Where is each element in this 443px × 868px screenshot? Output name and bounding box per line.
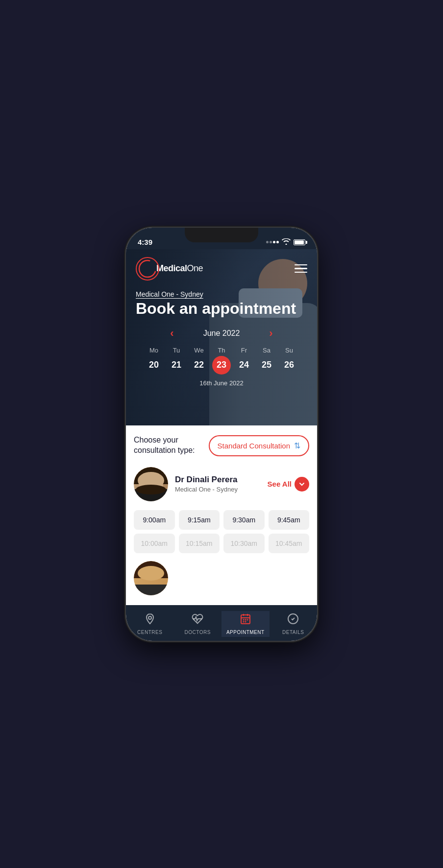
status-time: 4:39 [138, 238, 152, 246]
checkmark-circle-icon [287, 613, 299, 628]
doctor-name: Dr Dinali Perera [175, 475, 261, 485]
logo: MedicalOne [136, 257, 203, 281]
time-slot-1000: 10:00am [134, 534, 175, 553]
see-all-label: See All [268, 480, 292, 488]
time-slot-930[interactable]: 9:30am [223, 510, 265, 530]
notch [185, 228, 258, 242]
battery-icon [294, 239, 305, 245]
consultation-type-row: Choose your consultation type: Standard … [134, 435, 309, 456]
phone-screen: 4:39 [126, 228, 317, 641]
nav-centres-label: CENTRES [137, 630, 162, 635]
bottom-navigation: CENTRES DOCTORS [126, 605, 317, 641]
selected-date-label: 16th June 2022 [144, 379, 299, 387]
location-icon [144, 613, 156, 628]
consultation-label: Choose your consultation type: [134, 435, 195, 456]
time-slot-915[interactable]: 9:15am [179, 510, 220, 530]
wifi-icon [282, 238, 291, 246]
calendar-day-tue[interactable]: Tu 21 [166, 347, 187, 375]
doctor-avatar [134, 467, 168, 501]
doctor-info: Dr Dinali Perera Medical One - Sydney [175, 475, 261, 493]
calendar: ‹ June 2022 › Mo 20 Tu 21 [136, 327, 307, 387]
time-slot-900[interactable]: 9:00am [134, 510, 175, 530]
heart-pulse-icon [192, 613, 203, 628]
logo-text: MedicalOne [156, 263, 203, 274]
calendar-day-sat[interactable]: Sa 25 [256, 347, 277, 375]
clinic-name: Medical One - Sydney [136, 290, 307, 298]
time-slot-1045: 10:45am [269, 534, 310, 553]
svg-point-0 [139, 260, 156, 277]
nav-appointment[interactable]: APPOINTMENT [222, 611, 270, 637]
nav-details[interactable]: DETAILS [270, 611, 318, 637]
time-slot-1030: 10:30am [223, 534, 265, 553]
prev-month-button[interactable]: ‹ [170, 327, 173, 340]
nav-doctors[interactable]: DOCTORS [174, 611, 222, 637]
nav-doctors-label: DOCTORS [185, 630, 211, 635]
hamburger-menu[interactable] [295, 264, 307, 273]
consultation-type-value: Standard Consultation [218, 442, 290, 450]
chevron-up-down-icon: ⇅ [294, 441, 300, 450]
second-doctor-avatar [134, 561, 168, 595]
nav-appointment-label: APPOINTMENT [226, 630, 265, 635]
signal-icon [266, 241, 279, 243]
doctor-location: Medical One - Sydney [175, 486, 261, 493]
doctor-card: Dr Dinali Perera Medical One - Sydney Se… [134, 467, 309, 501]
logo-circle [136, 257, 159, 281]
unavailable-time-slots: 10:00am 10:15am 10:30am 10:45am [134, 534, 309, 553]
calendar-header: ‹ June 2022 › [144, 327, 299, 340]
next-month-button[interactable]: › [269, 327, 272, 340]
calendar-day-fri[interactable]: Fr 24 [234, 347, 254, 375]
main-content: Choose your consultation type: Standard … [126, 425, 317, 605]
consultation-type-select[interactable]: Standard Consultation ⇅ [209, 435, 309, 456]
nav-details-label: DETAILS [282, 630, 304, 635]
see-all-button[interactable]: See All [268, 477, 309, 492]
available-time-slots: 9:00am 9:15am 9:30am 9:45am [134, 510, 309, 530]
hero-nav: MedicalOne [136, 257, 307, 281]
phone-frame: 4:39 [126, 228, 317, 641]
time-slot-945[interactable]: 9:45am [269, 510, 310, 530]
time-slot-1015: 10:15am [179, 534, 220, 553]
calendar-day-thu[interactable]: Th 23 [211, 347, 232, 375]
status-icons [266, 238, 305, 246]
calendar-day-sun[interactable]: Su 26 [279, 347, 299, 375]
hero-section: MedicalOne Medical One - Sydney Book an … [126, 249, 317, 425]
svg-point-1 [148, 616, 151, 619]
second-doctor-preview [134, 557, 309, 595]
page-title: Book an appointment [136, 300, 307, 317]
calendar-month: June 2022 [203, 329, 240, 338]
calendar-day-wed[interactable]: We 22 [189, 347, 209, 375]
hero-content: MedicalOne Medical One - Sydney Book an … [126, 249, 317, 387]
calendar-days: Mo 20 Tu 21 We 22 Th 23 [144, 347, 299, 375]
calendar-icon [240, 613, 251, 628]
see-all-chevron-icon [295, 477, 309, 492]
calendar-day-mon[interactable]: Mo 20 [144, 347, 164, 375]
nav-centres[interactable]: CENTRES [126, 611, 174, 637]
